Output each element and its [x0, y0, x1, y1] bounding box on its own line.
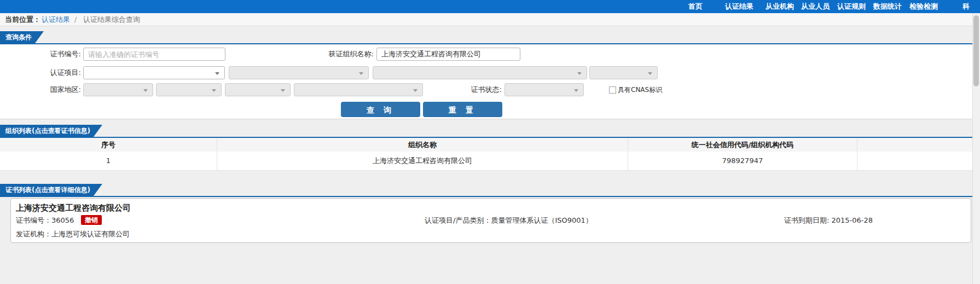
org-row-name: 上海济安交通工程咨询有限公司: [217, 152, 628, 170]
region-select-level2: [156, 83, 222, 96]
nav-item-home[interactable]: 首页: [688, 0, 703, 13]
top-navbar: 首页 认证结果 从业机构 从业人员 认证规则 数据统计 检验检测 科: [0, 0, 980, 13]
cert-no-label: 证书编号:: [33, 48, 81, 61]
nav-item-personnel[interactable]: 从业人员: [801, 0, 830, 13]
certificate-issuer-value: 上海恩可埃认证有限公司: [51, 230, 130, 238]
certificate-project-label: 认证项目/产品类别：: [425, 216, 491, 224]
nav-item-agencies[interactable]: 从业机构: [766, 0, 794, 13]
region-select-level3: [225, 83, 291, 96]
org-name-label: 获证组织名称:: [306, 48, 374, 61]
vertical-scrollbar-thumb[interactable]: [973, 15, 979, 86]
certificate-expiry: 证书到期日期: 2015-06-28: [784, 216, 873, 225]
certificate-project-value: 质量管理体系认证（ISO9001）: [491, 216, 592, 224]
org-table-header-index: 序号: [0, 138, 217, 152]
project-select-level2: [229, 66, 369, 79]
org-table-header-code: 统一社会信用代码/组织机构代码: [628, 138, 857, 152]
breadcrumb-separator: /: [71, 13, 80, 26]
status-select: [505, 83, 584, 96]
nav-item-rules[interactable]: 认证规则: [837, 0, 866, 13]
search-button[interactable]: 查 询: [341, 102, 420, 117]
breadcrumb-current: 认证结果综合查询: [83, 13, 140, 26]
nav-item-cert-results[interactable]: 认证结果: [725, 0, 753, 13]
breadcrumb-section-link[interactable]: 认证结果: [42, 13, 70, 26]
cnas-checkbox[interactable]: [609, 86, 616, 94]
certificate-project: 认证项目/产品类别：质量管理体系认证（ISO9001）: [425, 216, 593, 225]
certificate-issuer: 发证机构：上海恩可埃认证有限公司: [16, 229, 130, 239]
org-table-header: 序号 组织名称 统一社会信用代码/组织机构代码: [0, 138, 972, 152]
certificate-org-name: 上海济安交通工程咨询有限公司: [16, 203, 131, 213]
cert-list-tab: 证书列表(点击查看详细信息): [0, 184, 102, 196]
query-conditions-tab: 查询条件: [0, 31, 44, 43]
region-select-level4: [294, 83, 423, 96]
project-label: 认证项目:: [33, 66, 81, 79]
project-select-level3: [373, 66, 587, 79]
org-list-tab: 组织列表(点击查看证书信息): [0, 125, 102, 137]
nav-item-inspection[interactable]: 检验检测: [909, 0, 938, 13]
org-row-index: 1: [0, 152, 217, 170]
project-select-level1[interactable]: [83, 66, 225, 79]
certificate-number-value: 36056: [51, 216, 74, 224]
cert-section-rule: [0, 196, 980, 197]
status-badge: 撤销: [81, 215, 102, 225]
org-table-header-name: 组织名称: [217, 138, 628, 152]
certificate-number-label: 证书编号：: [16, 216, 51, 224]
cert-no-input[interactable]: [83, 48, 225, 61]
status-label: 证书状态:: [454, 83, 502, 96]
certificate-issuer-label: 发证机构：: [16, 230, 51, 238]
nav-item-truncated[interactable]: 科: [962, 0, 970, 13]
cnas-checkbox-label[interactable]: 具有CNAS标识: [618, 86, 662, 94]
query-panel: 证书编号: 获证组织名称: 认证项目: 国家地区: 证书状态: 具有CNAS标识…: [0, 44, 972, 119]
certificate-expiry-value: 2015-06-28: [832, 216, 873, 224]
certificate-card[interactable]: 上海济安交通工程咨询有限公司 证书编号：36056 撤销 认证项目/产品类别：质…: [10, 198, 971, 243]
org-table-row[interactable]: 1 上海济安交通工程咨询有限公司 798927947: [0, 152, 972, 171]
reset-button[interactable]: 重 置: [423, 102, 502, 117]
project-select-level4: [589, 66, 658, 79]
breadcrumb: 当前位置： 认证结果 / 认证结果综合查询: [0, 13, 980, 26]
breadcrumb-prefix: 当前位置：: [5, 13, 40, 26]
nav-item-statistics[interactable]: 数据统计: [873, 0, 902, 13]
certificate-expiry-label: 证书到期日期:: [784, 216, 832, 224]
org-name-input[interactable]: [376, 48, 520, 61]
org-row-code: 798927947: [628, 152, 857, 170]
region-select-level1: [83, 83, 153, 96]
region-label: 国家地区:: [33, 83, 81, 96]
certificate-number: 证书编号：36056: [16, 216, 74, 225]
